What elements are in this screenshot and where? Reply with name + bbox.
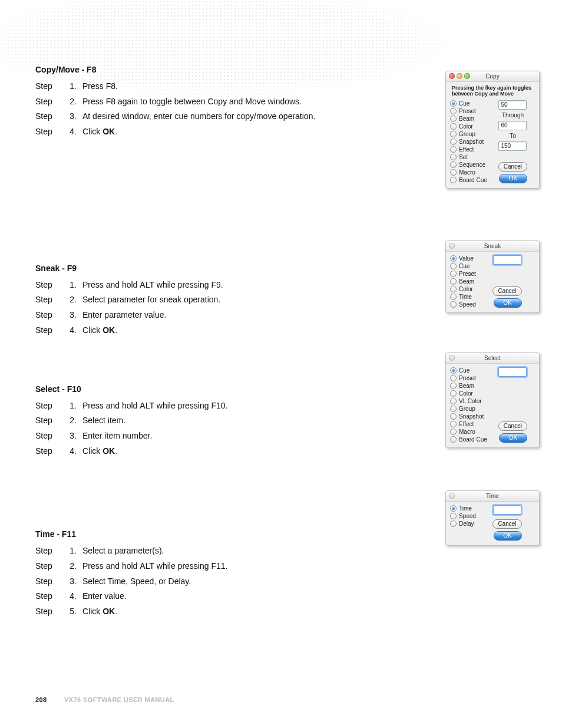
step-number: 2.: [66, 292, 82, 308]
radio-label: Effect: [459, 146, 474, 153]
titlebar: Sneak: [446, 241, 539, 252]
radio-option[interactable]: Effect: [450, 146, 487, 153]
radio-option[interactable]: Cue: [450, 263, 476, 269]
step-row: Step3.Enter parameter value.: [35, 308, 227, 323]
ok-button[interactable]: OK: [494, 531, 522, 541]
radio-option[interactable]: Color: [450, 286, 476, 292]
step-row: Step4.Click OK.: [35, 444, 231, 459]
radio-option[interactable]: Color: [450, 123, 487, 130]
close-icon[interactable]: [449, 493, 455, 499]
titlebar: Select: [446, 353, 539, 364]
step-text: Press and hold ALT while pressing F9.: [82, 278, 227, 293]
radio-label: Snapshot: [459, 139, 484, 145]
radio-option[interactable]: Macro: [450, 169, 487, 176]
radio-option[interactable]: Speed: [450, 301, 476, 308]
step-text: Enter parameter value.: [82, 308, 227, 323]
radio-icon: [450, 154, 457, 160]
radio-icon: [450, 413, 457, 420]
radio-option[interactable]: Set: [450, 154, 487, 160]
from-field[interactable]: 50: [498, 100, 527, 110]
radio-option[interactable]: Color: [450, 390, 487, 397]
radio-option[interactable]: Board Cue: [450, 177, 487, 183]
step-text: Select parameter for sneak operation.: [82, 292, 227, 308]
radio-option[interactable]: VL Color: [450, 398, 487, 404]
step-number: 3.: [66, 308, 82, 323]
radio-option[interactable]: Snapshot: [450, 413, 487, 420]
cancel-button[interactable]: Cancel: [492, 519, 521, 529]
radio-option[interactable]: Beam: [450, 278, 476, 285]
step-number: 1.: [66, 543, 82, 559]
radio-label: Preset: [459, 375, 476, 381]
radio-icon: [450, 100, 457, 107]
step-number: 4.: [66, 444, 82, 459]
radio-option[interactable]: Value: [450, 255, 476, 262]
window-controls[interactable]: [449, 493, 455, 499]
radio-icon: [450, 108, 457, 114]
value-field[interactable]: [493, 255, 521, 265]
value-field[interactable]: [498, 367, 527, 377]
radio-option[interactable]: Cue: [450, 100, 487, 107]
radio-label: Preset: [459, 271, 476, 277]
dialog-title: Time: [446, 493, 539, 499]
window-controls[interactable]: [449, 355, 455, 361]
radio-option[interactable]: Macro: [450, 429, 487, 435]
radio-option[interactable]: Snapshot: [450, 139, 487, 145]
step-label: Step: [35, 94, 66, 110]
value-field[interactable]: [493, 505, 521, 515]
through-field[interactable]: 60: [498, 121, 527, 130]
page-number: 208: [35, 696, 47, 703]
ok-button[interactable]: OK: [499, 174, 527, 183]
radio-option[interactable]: Group: [450, 131, 487, 137]
radio-label: Value: [459, 255, 474, 262]
close-icon[interactable]: [449, 355, 455, 361]
radio-icon: [450, 398, 457, 404]
close-icon[interactable]: [449, 243, 455, 249]
to-field[interactable]: 150: [498, 141, 527, 151]
radio-icon: [450, 294, 457, 300]
radio-option[interactable]: Beam: [450, 383, 487, 389]
radio-option[interactable]: Effect: [450, 421, 487, 427]
cancel-button[interactable]: Cancel: [498, 162, 527, 172]
through-label: Through: [502, 112, 524, 118]
radio-option[interactable]: Beam: [450, 116, 487, 122]
close-icon[interactable]: [449, 73, 455, 79]
radio-icon: [450, 116, 457, 122]
radio-icon: [450, 131, 457, 137]
minimize-icon[interactable]: [457, 73, 462, 79]
radio-option[interactable]: Preset: [450, 108, 487, 114]
radio-label: Beam: [459, 116, 474, 122]
step-text: Press and hold ALT while pressing F10.: [82, 398, 231, 414]
radio-icon: [450, 390, 457, 397]
window-controls[interactable]: [449, 243, 455, 249]
step-label: Step: [35, 444, 66, 459]
radio-icon: [450, 255, 457, 262]
step-number: 2.: [66, 559, 82, 574]
radio-option[interactable]: Preset: [450, 271, 476, 277]
radio-option[interactable]: Cue: [450, 367, 487, 374]
radio-label: Beam: [459, 278, 474, 285]
steps-table: Step1.Select a parameter(s).Step2.Press …: [35, 543, 231, 619]
step-number: 5.: [66, 604, 82, 620]
radio-option[interactable]: Time: [450, 505, 476, 512]
cancel-button[interactable]: Cancel: [498, 421, 527, 431]
radio-option[interactable]: Preset: [450, 375, 487, 381]
radio-option[interactable]: Delay: [450, 521, 476, 527]
cancel-button[interactable]: Cancel: [492, 286, 521, 296]
radio-option[interactable]: Group: [450, 406, 487, 412]
step-text: Click OK.: [82, 444, 231, 459]
ok-button[interactable]: OK: [494, 298, 522, 308]
radio-icon: [450, 286, 457, 292]
radio-label: Delay: [459, 521, 474, 527]
radio-option[interactable]: Sequence: [450, 162, 487, 168]
ok-button[interactable]: OK: [499, 433, 527, 443]
radio-option[interactable]: Speed: [450, 513, 476, 519]
radio-option[interactable]: Board Cue: [450, 436, 487, 443]
radio-label: Set: [459, 154, 468, 160]
step-number: 2.: [66, 413, 82, 429]
step-number: 3.: [66, 574, 82, 589]
radio-label: Macro: [459, 169, 475, 176]
radio-icon: [450, 521, 457, 527]
window-controls[interactable]: [449, 73, 470, 79]
zoom-icon[interactable]: [464, 73, 470, 79]
radio-option[interactable]: Time: [450, 294, 476, 300]
